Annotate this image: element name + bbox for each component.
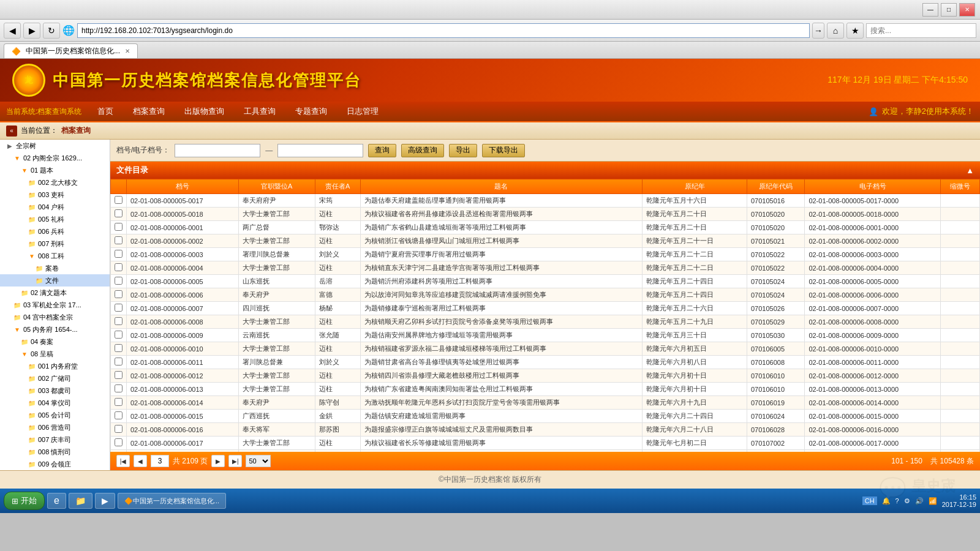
table-row[interactable]: 02-01-008-000006-0017 大学士兼管工部 迈柱 为核议福建省长…: [111, 437, 980, 450]
row-checkbox[interactable]: [115, 196, 123, 204]
tree-node-002[interactable]: 📁 002 北大移文: [0, 176, 110, 189]
taskbar-ie-icon[interactable]: e: [47, 493, 66, 509]
tree-node-003[interactable]: 📁 003 吏科: [0, 189, 110, 201]
tree-node-neige[interactable]: ▼ 02 内阁全宗 1629...: [0, 152, 110, 164]
page-last-button[interactable]: ▶|: [228, 455, 242, 467]
page-prev-button[interactable]: ◀: [134, 455, 147, 467]
row-checkbox[interactable]: [115, 344, 123, 352]
row-checkbox[interactable]: [115, 223, 123, 231]
table-row[interactable]: 02-01-008-000006-0016 奉天将军 那苏图 为题报盛宗修理正白…: [111, 423, 980, 437]
row-checkbox[interactable]: [115, 411, 123, 419]
active-tab[interactable]: 🔶 中国第一历史档案馆信息化... ✕: [4, 43, 138, 58]
tree-node-root[interactable]: ▶ 全宗树: [0, 140, 110, 152]
table-row[interactable]: 02-01-008-000006-0004 大学士兼管工部 迈柱 为核销直东天津…: [111, 261, 980, 275]
tree-node-008sxs[interactable]: 📁 008 慎刑司: [0, 446, 110, 458]
refresh-button[interactable]: ↻: [43, 23, 60, 39]
search-input-1[interactable]: [175, 144, 260, 157]
row-checkbox[interactable]: [115, 371, 123, 379]
address-bar-input[interactable]: [77, 23, 810, 38]
row-checkbox[interactable]: [115, 209, 123, 217]
home-button[interactable]: ⌂: [827, 23, 844, 39]
tree-node-004zys[interactable]: 📁 004 掌仪司: [0, 397, 110, 409]
row-checkbox[interactable]: [115, 425, 123, 433]
row-checkbox[interactable]: [115, 236, 123, 244]
favorites-button[interactable]: ★: [846, 23, 864, 39]
table-row[interactable]: 02-01-008-000006-0001 两广总督 鄂弥达 为题销广东省鹤山县…: [111, 221, 980, 234]
table-row[interactable]: 02-01-008-000006-0003 署理川陕总督兼 刘於义 为题销宁夏府…: [111, 248, 980, 261]
tree-node-001nwf[interactable]: 📁 001 内务府堂: [0, 360, 110, 372]
nav-log-mgmt[interactable]: 日志管理: [337, 101, 388, 122]
per-page-select[interactable]: 50 100: [246, 455, 271, 467]
start-button[interactable]: ⊞ 开始: [4, 492, 45, 510]
taskbar-media-icon[interactable]: ▶: [95, 493, 115, 509]
close-button[interactable]: ✕: [959, 3, 975, 17]
taskbar-app-item[interactable]: 🔶 中国第一历史档案馆信息化...: [118, 493, 226, 509]
tree-node-anjuan[interactable]: 📁 案卷: [0, 262, 110, 274]
nav-archive-query[interactable]: 档案查询: [123, 101, 175, 122]
tree-node-wenjian[interactable]: 📁 文件: [0, 274, 110, 287]
tree-node-007[interactable]: 📁 007 刑科: [0, 238, 110, 250]
table-row[interactable]: 02-01-008-000006-0011 署川陕总督兼 刘於义 为题销甘肃省高…: [111, 356, 980, 369]
query-button[interactable]: 查询: [368, 144, 396, 157]
row-checkbox[interactable]: [115, 438, 123, 446]
tree-node-004[interactable]: 📁 004 户科: [0, 201, 110, 213]
file-list-close-icon[interactable]: ▲: [966, 166, 974, 175]
nav-tool-query[interactable]: 工具查询: [234, 101, 285, 122]
nav-publication-query[interactable]: 出版物查询: [175, 101, 234, 122]
page-next-button[interactable]: ▶: [211, 455, 225, 467]
tree-node-tiben[interactable]: ▼ 01 题本: [0, 164, 110, 176]
table-row[interactable]: 02-01-008-000006-0014 奉天府尹 陈守创 为激动抚顺年乾隆元…: [111, 396, 980, 410]
row-checkbox[interactable]: [115, 358, 123, 365]
tree-node-003dys[interactable]: 📁 003 都虞司: [0, 384, 110, 397]
tree-node-manwen[interactable]: 📁 02 满文题本: [0, 287, 110, 299]
collapse-button[interactable]: «: [6, 126, 17, 137]
maximize-button[interactable]: □: [941, 3, 957, 17]
forward-button[interactable]: ▶: [23, 23, 40, 39]
table-container[interactable]: 档号 官职暨位A 责任者A 题名 原纪年 原纪年代码 电子档号 缩微号 02-0…: [110, 179, 980, 452]
download-export-button[interactable]: 下载导出: [482, 144, 525, 157]
tree-node-006[interactable]: 📁 006 兵科: [0, 225, 110, 238]
tree-node-zouan[interactable]: 📁 04 奏案: [0, 335, 110, 348]
row-checkbox[interactable]: [115, 317, 123, 325]
table-row[interactable]: 02-01-008-000006-0009 云南巡抚 张允随 为题估南安州属界牌…: [111, 329, 980, 342]
tree-node-002gcs[interactable]: 📁 002 广储司: [0, 372, 110, 384]
row-checkbox[interactable]: [115, 250, 123, 258]
go-button[interactable]: →: [812, 23, 824, 39]
tree-node-junjichi[interactable]: 📁 03 军机处全宗 17...: [0, 299, 110, 311]
tree-node-005hjs[interactable]: 📁 005 会计司: [0, 409, 110, 421]
tree-node-neiwufu[interactable]: ▼ 05 内务府 1654-...: [0, 323, 110, 335]
tree-node-005[interactable]: 📁 005 礼科: [0, 213, 110, 225]
table-row[interactable]: 02-01-008-000005-0018 大学士兼管工部 迈柱 为核议福建省各…: [111, 208, 980, 221]
table-row[interactable]: 02-01-008-000006-0013 大学士兼管工部 迈柱 为核销广东省建…: [111, 383, 980, 396]
tree-node-006yzs[interactable]: 📁 006 营造司: [0, 421, 110, 433]
tree-node-008[interactable]: ▼ 008 工科: [0, 250, 110, 262]
advanced-query-button[interactable]: 高级查询: [401, 144, 444, 157]
page-number-input[interactable]: [151, 455, 169, 467]
breadcrumb-home[interactable]: 档案查询: [61, 126, 91, 136]
export-button[interactable]: 导出: [449, 144, 477, 157]
back-button[interactable]: ◀: [4, 23, 21, 39]
table-row[interactable]: 02-01-008-000006-0010 大学士兼管工部 迈柱 为核销福建省罗…: [111, 342, 980, 356]
table-row[interactable]: 02-01-008-000006-0006 奉天府尹 富德 为以故漳河同知章兆等…: [111, 288, 980, 302]
row-checkbox[interactable]: [115, 304, 123, 312]
table-row[interactable]: 02-01-008-000006-0002 大学士兼管工部 迈柱 为核销浙江省钱…: [111, 234, 980, 248]
table-row[interactable]: 02-01-008-000006-0012 大学士兼管工部 迈柱 为核销四川省崇…: [111, 369, 980, 383]
row-checkbox[interactable]: [115, 263, 123, 271]
nav-special-query[interactable]: 专题查询: [285, 101, 337, 122]
row-checkbox[interactable]: [115, 290, 123, 298]
tree-node-chenggao[interactable]: ▼ 08 呈稿: [0, 348, 110, 360]
table-row[interactable]: 02-01-008-000006-0005 山东巡抚 岳溶 为题销沂州府添建科房…: [111, 275, 980, 288]
taskbar-folder-icon[interactable]: 📁: [69, 493, 92, 509]
row-checkbox[interactable]: [115, 277, 123, 285]
browser-search-input[interactable]: [866, 23, 976, 38]
nav-home[interactable]: 首页: [88, 101, 123, 122]
search-input-2[interactable]: [277, 144, 363, 157]
row-checkbox[interactable]: [115, 331, 123, 339]
table-row[interactable]: 02-01-008-000006-0015 广西巡抚 金鉷 为题估镇安府建造城垣…: [111, 410, 980, 423]
minimize-button[interactable]: —: [922, 3, 938, 17]
table-row[interactable]: 02-01-008-000006-0008 大学士兼管工部 迈柱 为核销顺天府乙…: [111, 315, 980, 329]
table-row[interactable]: 02-01-008-000005-0017 奉天府府尹 宋筠 为题估奉天府建盖能…: [111, 194, 980, 208]
row-checkbox[interactable]: [115, 398, 123, 406]
row-checkbox[interactable]: [115, 384, 123, 392]
tree-node-gongzhong[interactable]: 📁 04 宫中档案全宗: [0, 311, 110, 323]
